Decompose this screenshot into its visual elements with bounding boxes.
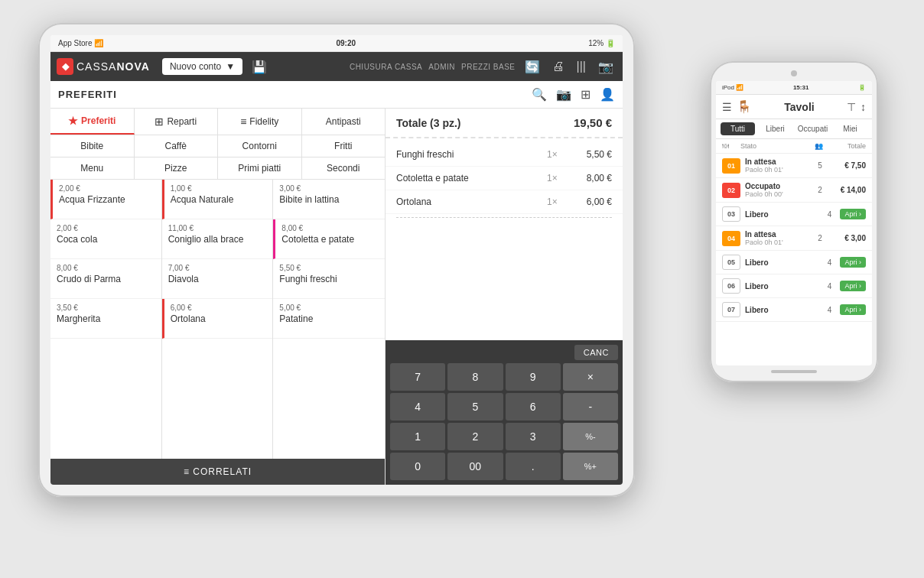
phone-tab-liberi[interactable]: Liberi: [758, 122, 792, 135]
table-num-02: 02: [722, 183, 740, 198]
open-btn-06[interactable]: Apri ›: [840, 281, 866, 291]
tab-caffe[interactable]: Caffè: [135, 135, 219, 157]
tab-antipasti[interactable]: Antipasti: [302, 109, 386, 135]
price-coca-cola: 2,00 €: [57, 224, 155, 232]
table-row-06[interactable]: 06 Libero 4 Apri ›: [716, 274, 872, 298]
receipt-item-cotoletta[interactable]: Cotoletta e patate 1× 8,00 €: [386, 167, 623, 190]
table-row-02[interactable]: 02 Occupato Paolo 0h 00' 2 € 14,00: [716, 178, 872, 203]
menu-item-crudo-parma[interactable]: 8,00 € Crudo di Parma: [50, 259, 161, 299]
phone-filter-icon[interactable]: ⊤: [847, 101, 856, 113]
tab-menu[interactable]: Menu: [50, 157, 135, 179]
num-1[interactable]: 1: [390, 423, 445, 450]
phone-status-right: 🔋: [858, 84, 866, 91]
tab-bibite[interactable]: Bibite: [50, 135, 135, 157]
open-btn-03[interactable]: Apri ›: [840, 209, 866, 219]
barcode-icon[interactable]: |||: [574, 60, 589, 73]
table-row-01[interactable]: 01 In attesa Paolo 0h 01' 5 € 7,50: [716, 154, 872, 178]
table-row-07[interactable]: 07 Libero 4 Apri ›: [716, 298, 872, 322]
tab-pizze[interactable]: Pizze: [135, 157, 219, 179]
num-7[interactable]: 7: [390, 363, 445, 391]
menu-item-acqua-frizzante[interactable]: 2,00 € Acqua Frizzante: [50, 180, 161, 219]
percent-plus-btn[interactable]: %+: [563, 453, 618, 480]
menu-item-funghi[interactable]: 5,50 € Funghi freschi: [273, 259, 385, 299]
num-6[interactable]: 6: [506, 393, 561, 421]
status-area-01: In attesa Paolo 0h 01': [745, 157, 812, 174]
table-row-03[interactable]: 03 Libero 4 Apri ›: [716, 203, 872, 226]
num-multiply[interactable]: ×: [563, 363, 618, 391]
tab-secondi[interactable]: Secondi: [302, 157, 386, 179]
num-4[interactable]: 4: [390, 393, 445, 421]
table-row-05[interactable]: 05 Libero 4 Apri ›: [716, 251, 872, 274]
num-00[interactable]: 00: [447, 453, 503, 480]
tab-fritti[interactable]: Fritti: [302, 135, 386, 157]
tab-contorni[interactable]: Contorni: [218, 135, 302, 157]
tab-reparti[interactable]: ⊞ Reparti: [135, 109, 219, 135]
name-acqua-naturale: Acqua Naturale: [171, 194, 267, 205]
phone-sort-icon[interactable]: ↕: [861, 101, 866, 113]
num-5[interactable]: 5: [447, 393, 503, 421]
printer-icon[interactable]: 🖨: [549, 60, 568, 73]
tab-primi-piatti[interactable]: Primi piatti: [218, 157, 302, 179]
canc-button[interactable]: CANC: [574, 345, 618, 360]
num-3[interactable]: 3: [506, 423, 561, 450]
camera-icon[interactable]: 📷: [595, 60, 617, 74]
search-icon[interactable]: 🔍: [532, 87, 547, 102]
phone-home-indicator: [771, 370, 817, 373]
menu-item-margherita[interactable]: 3,50 € Margherita: [50, 299, 161, 339]
phone-menu-icon[interactable]: ☰: [722, 101, 732, 113]
phone-status-left: iPod 📶: [722, 84, 743, 91]
phone-tab-occupati[interactable]: Occupati: [795, 122, 830, 135]
percent-minus-btn[interactable]: %-: [563, 423, 618, 450]
price-bibite-lattina: 3,00 €: [279, 184, 379, 193]
save-icon[interactable]: 💾: [249, 60, 270, 74]
menu-item-cotoletta[interactable]: 8,00 € Cotoletta e patate: [273, 219, 385, 259]
phone-tab-miei[interactable]: Miei: [833, 122, 867, 135]
menu-item-ortolana[interactable]: 6,00 € Ortolana: [162, 299, 273, 339]
menu-item-coniglio[interactable]: 11,00 € Coniglio alla brace: [162, 219, 273, 259]
price-crudo-parma: 8,00 €: [57, 264, 155, 272]
correlati-bar[interactable]: ≡ CORRELATI: [50, 459, 385, 485]
price-cotoletta: 8,00 €: [281, 224, 379, 232]
refresh-icon[interactable]: 🔄: [522, 60, 543, 74]
prezzi-base-btn[interactable]: PREZZI BASE: [461, 63, 516, 71]
camera2-icon[interactable]: 📷: [556, 87, 571, 102]
menu-item-acqua-naturale[interactable]: 1,00 € Acqua Naturale: [162, 180, 273, 219]
num-dot[interactable]: .: [506, 453, 561, 480]
logo-text: CASSANOVA: [76, 60, 150, 73]
price-patatine: 5,00 €: [279, 304, 379, 312]
menu-item-diavola[interactable]: 7,00 € Diavola: [162, 259, 273, 299]
table-row-04[interactable]: 04 In attesa Paolo 0h 01' 2 € 3,00: [716, 226, 872, 251]
num-8[interactable]: 8: [447, 363, 503, 391]
top-toolbar: ◆ CASSANOVA Nuovo conto ▼ 💾 CHIUSURA CAS…: [50, 52, 623, 81]
new-account-dropdown[interactable]: Nuovo conto ▼: [162, 58, 242, 75]
grid-icon[interactable]: ⊞: [581, 87, 591, 102]
open-btn-05[interactable]: Apri ›: [840, 257, 866, 268]
profile-icon[interactable]: 👤: [600, 87, 615, 102]
open-btn-07[interactable]: Apri ›: [840, 304, 866, 315]
tab-fidelity[interactable]: ≡ Fidelity: [218, 109, 302, 135]
admin-btn[interactable]: ADMIN: [428, 63, 455, 71]
phone-top-bar: ☰ 🪑 Tavoli ⊤ ↕: [716, 95, 872, 119]
num-0[interactable]: 0: [390, 453, 445, 480]
status-area-07: Libero: [745, 306, 822, 314]
status-left: App Store 📶: [58, 39, 103, 47]
header-covers: 👥: [809, 142, 828, 150]
receipt-item-funghi[interactable]: Funghi freschi 1× 5,50 €: [386, 143, 623, 167]
status-detail-02: Paolo 0h 00': [745, 190, 812, 198]
menu-item-patatine[interactable]: 5,00 € Patatine: [273, 299, 385, 339]
price-diavola: 7,00 €: [168, 264, 267, 272]
menu-item-coca-cola[interactable]: 2,00 € Coca cola: [50, 219, 161, 259]
item-qty-cotoletta: 1×: [547, 173, 562, 183]
phone-title: Tavoli: [756, 101, 842, 113]
num-2[interactable]: 2: [447, 423, 503, 450]
receipt-item-ortolana[interactable]: Ortolana 1× 6,00 €: [386, 190, 623, 214]
num-9[interactable]: 9: [506, 363, 561, 391]
name-margherita: Margherita: [57, 313, 155, 324]
phone-tab-tutti[interactable]: Tutti: [721, 122, 755, 135]
menu-item-bibite-lattina[interactable]: 3,00 € Bibite in lattina: [273, 180, 385, 219]
item-name-funghi: Funghi freschi: [396, 149, 539, 160]
num-minus[interactable]: -: [563, 393, 618, 421]
chiusura-cassa-btn[interactable]: CHIUSURA CASSA: [350, 63, 422, 71]
covers-05: 4: [822, 258, 837, 267]
tab-preferiti[interactable]: ★ Preferiti: [50, 109, 135, 135]
